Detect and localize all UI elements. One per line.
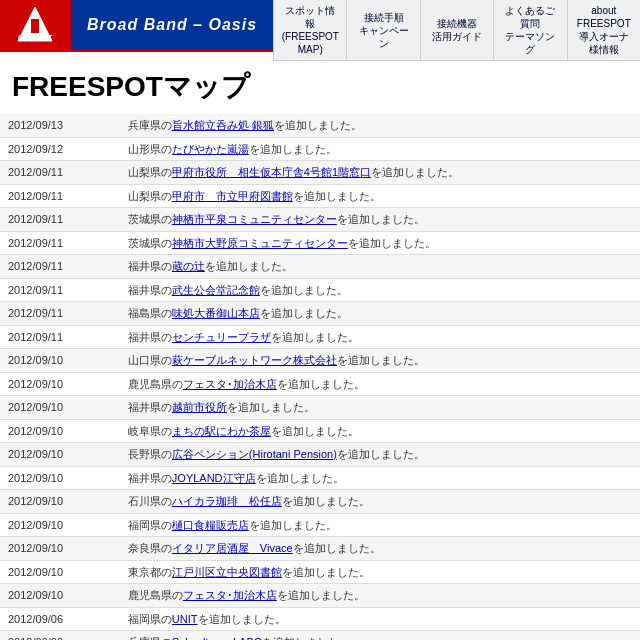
table-row: 2012/09/10岐阜県のまちの駅にわか茶屋を追加しました。 <box>0 419 640 443</box>
content-cell: 茨城県の神栖市大野原コミュニティセンターを追加しました。 <box>120 231 640 255</box>
content-cell: 福岡県のUNITを追加しました。 <box>120 607 640 631</box>
location-link[interactable]: 武生公会堂記念館 <box>172 284 260 296</box>
nav-faq[interactable]: よくあるご質問テーマソング <box>493 0 566 61</box>
content-cell: 福井県の蔵の辻を追加しました。 <box>120 255 640 279</box>
date-cell: 2012/09/11 <box>0 278 120 302</box>
suffix-text: を追加しました。 <box>337 213 425 225</box>
suffix-text: を追加しました。 <box>227 401 315 413</box>
table-row: 2012/09/11福井県のセンチュリープラザを追加しました。 <box>0 325 640 349</box>
nav-about[interactable]: about FREESPOT導入オーナ様情報 <box>567 0 640 61</box>
prefecture-text: 山口県の <box>128 354 172 366</box>
location-link[interactable]: 江戸川区立中央図書館 <box>172 566 282 578</box>
location-link[interactable]: まちの駅にわか茶屋 <box>172 425 271 437</box>
suffix-text: を追加しました。 <box>293 542 381 554</box>
suffix-text: を追加しました。 <box>249 519 337 531</box>
suffix-text: を追加しました。 <box>348 237 436 249</box>
content-cell: 福岡県の樋口食糧販売店を追加しました。 <box>120 513 640 537</box>
date-cell: 2012/09/10 <box>0 584 120 608</box>
table-row: 2012/09/11福島県の味処大番御山本店を追加しました。 <box>0 302 640 326</box>
prefecture-text: 鹿児島県の <box>128 589 183 601</box>
location-link[interactable]: Subcultures LABO <box>172 636 263 640</box>
location-link[interactable]: たびやかた嵐湯 <box>172 143 249 155</box>
prefecture-text: 長野県の <box>128 448 172 460</box>
table-row: 2012/09/11福井県の蔵の辻を追加しました。 <box>0 255 640 279</box>
location-link[interactable]: 味処大番御山本店 <box>172 307 260 319</box>
nav-device[interactable]: 接続機器活用ガイド <box>420 0 493 61</box>
table-row: 2012/09/11茨城県の神栖市大野原コミュニティセンターを追加しました。 <box>0 231 640 255</box>
prefecture-text: 兵庫県の <box>128 636 172 640</box>
location-link[interactable]: 広谷ペンション(Hirotani Pension) <box>172 448 337 460</box>
date-cell: 2012/09/10 <box>0 396 120 420</box>
logo-area: FREE SPOT <box>0 0 71 50</box>
location-link[interactable]: 萩ケーブルネットワーク株式会社 <box>172 354 337 366</box>
brand-area: Broad Band – Oasis <box>71 0 273 50</box>
table-row: 2012/09/10福岡県の樋口食糧販売店を追加しました。 <box>0 513 640 537</box>
date-cell: 2012/09/11 <box>0 231 120 255</box>
location-link[interactable]: フェスタ･加治木店 <box>183 589 277 601</box>
location-link[interactable]: フェスタ･加治木店 <box>183 378 277 390</box>
content-cell: 福島県の味処大番御山本店を追加しました。 <box>120 302 640 326</box>
content-cell: 奈良県のイタリア居酒屋 Vivaceを追加しました。 <box>120 537 640 561</box>
table-row: 2012/09/10石川県のハイカラ珈琲 松任店を追加しました。 <box>0 490 640 514</box>
date-cell: 2012/09/10 <box>0 349 120 373</box>
table-row: 2012/09/10奈良県のイタリア居酒屋 Vivaceを追加しました。 <box>0 537 640 561</box>
date-cell: 2012/09/06 <box>0 631 120 641</box>
table-row: 2012/09/10山口県の萩ケーブルネットワーク株式会社を追加しました。 <box>0 349 640 373</box>
date-cell: 2012/09/10 <box>0 490 120 514</box>
logo-icon: FREE SPOT <box>8 3 63 48</box>
date-cell: 2012/09/10 <box>0 537 120 561</box>
table-row: 2012/09/06兵庫県のSubcultures LABOを追加しました。 <box>0 631 640 641</box>
content-cell: 福井県のセンチュリープラザを追加しました。 <box>120 325 640 349</box>
table-row: 2012/09/10長野県の広谷ペンション(Hirotani Pension)を… <box>0 443 640 467</box>
suffix-text: を追加しました。 <box>198 613 286 625</box>
prefecture-text: 鹿児島県の <box>128 378 183 390</box>
location-link[interactable]: 樋口食糧販売店 <box>172 519 249 531</box>
suffix-text: を追加しました。 <box>277 589 365 601</box>
date-cell: 2012/09/11 <box>0 208 120 232</box>
suffix-text: を追加しました。 <box>271 331 359 343</box>
location-link[interactable]: UNIT <box>172 613 198 625</box>
nav-spot[interactable]: スポット情報(FREESPOT MAP) <box>273 0 346 61</box>
prefecture-text: 茨城県の <box>128 237 172 249</box>
location-link[interactable]: ハイカラ珈琲 松任店 <box>172 495 282 507</box>
suffix-text: を追加しました。 <box>337 448 425 460</box>
location-link[interactable]: 蔵の辻 <box>172 260 205 272</box>
prefecture-text: 福岡県の <box>128 519 172 531</box>
location-link[interactable]: センチュリープラザ <box>172 331 271 343</box>
table-row: 2012/09/11福井県の武生公会堂記念館を追加しました。 <box>0 278 640 302</box>
content-cell: 茨城県の神栖市平泉コミュニティセンターを追加しました。 <box>120 208 640 232</box>
location-link[interactable]: 神栖市大野原コミュニティセンター <box>172 237 348 249</box>
header: FREE SPOT Broad Band – Oasis スポット情報(FREE… <box>0 0 640 52</box>
table-row: 2012/09/10福井県のJOYLAND江守店を追加しました。 <box>0 466 640 490</box>
content-cell: 長野県の広谷ペンション(Hirotani Pension)を追加しました。 <box>120 443 640 467</box>
prefecture-text: 茨城県の <box>128 213 172 225</box>
content-cell: 福井県の武生公会堂記念館を追加しました。 <box>120 278 640 302</box>
suffix-text: を追加しました。 <box>271 425 359 437</box>
date-cell: 2012/09/10 <box>0 372 120 396</box>
suffix-text: を追加しました。 <box>282 495 370 507</box>
nav-connect[interactable]: 接続手順キャンペーン <box>346 0 419 61</box>
suffix-text: を追加しました。 <box>262 636 350 640</box>
location-link[interactable]: 越前市役所 <box>172 401 227 413</box>
suffix-text: を追加しました。 <box>277 378 365 390</box>
location-link[interactable]: JOYLAND江守店 <box>172 472 256 484</box>
date-cell: 2012/09/10 <box>0 419 120 443</box>
table-row: 2012/09/11山梨県の甲府市 市立甲府図書館を追加しました。 <box>0 184 640 208</box>
location-link[interactable]: 神栖市平泉コミュニティセンター <box>172 213 337 225</box>
suffix-text: を追加しました。 <box>205 260 293 272</box>
location-link[interactable]: イタリア居酒屋 Vivace <box>172 542 293 554</box>
prefecture-text: 福岡県の <box>128 613 172 625</box>
location-link[interactable]: 甲府市 市立甲府図書館 <box>172 190 293 202</box>
content-cell: 山梨県の甲府市役所 相生仮本庁舎4号館1階窓口を追加しました。 <box>120 161 640 185</box>
date-cell: 2012/09/11 <box>0 255 120 279</box>
location-link[interactable]: 旨水館立呑み処 銀狐 <box>172 119 274 131</box>
location-link[interactable]: 甲府市役所 相生仮本庁舎4号館1階窓口 <box>172 166 371 178</box>
date-cell: 2012/09/06 <box>0 607 120 631</box>
suffix-text: を追加しました。 <box>371 166 459 178</box>
content-cell: 東京都の江戸川区立中央図書館を追加しました。 <box>120 560 640 584</box>
prefecture-text: 石川県の <box>128 495 172 507</box>
suffix-text: を追加しました。 <box>293 190 381 202</box>
date-cell: 2012/09/11 <box>0 161 120 185</box>
map-table: 2012/09/13兵庫県の旨水館立呑み処 銀狐を追加しました。2012/09/… <box>0 114 640 640</box>
prefecture-text: 福井県の <box>128 260 172 272</box>
